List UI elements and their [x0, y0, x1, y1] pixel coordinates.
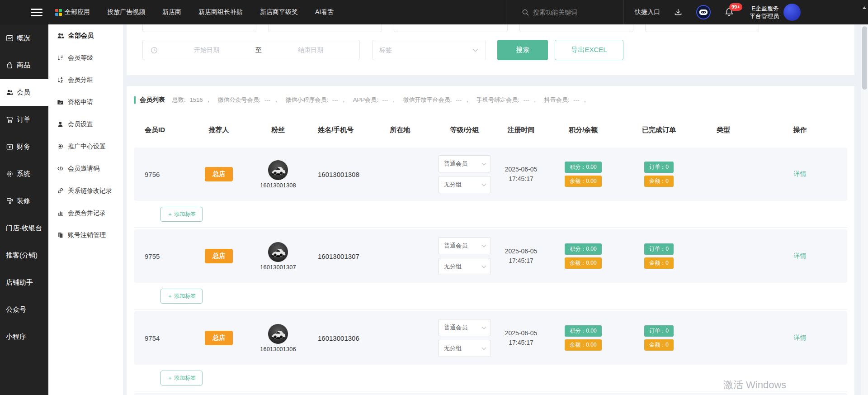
filter-input-3[interactable]: [394, 24, 508, 32]
nav-peer-award[interactable]: 新店商平级奖: [260, 8, 298, 16]
stat-wechat-official: 微信公众号会员:---，: [218, 96, 279, 104]
submenu-qualification[interactable]: 资格申请: [48, 91, 123, 113]
level-group-cell: 普通会员 无分组: [429, 319, 500, 357]
sidebar-item-distribution[interactable]: 推客(分销): [0, 242, 48, 269]
orders-badge: 订单：0: [644, 325, 674, 337]
nav-all-apps[interactable]: 全部应用: [55, 8, 90, 16]
member-block: 9754 总店 16013001306 16013001306 普通会员 无分组…: [134, 311, 847, 391]
filter-input-1[interactable]: [142, 24, 256, 32]
add-tag-button[interactable]: ＋ 添加标签: [160, 289, 203, 304]
nav-new-shop[interactable]: 新店商: [162, 8, 181, 16]
user-icon: [57, 121, 64, 128]
submenu-member-levels[interactable]: 会员等级: [48, 47, 123, 69]
level-select[interactable]: 普通会员: [438, 319, 491, 336]
group-select[interactable]: 无分组: [438, 258, 491, 275]
ai-assistant-icon[interactable]: [696, 5, 711, 19]
referrer-cell: 总店: [185, 331, 252, 345]
add-tag-button[interactable]: ＋ 添加标签: [160, 207, 203, 222]
sidebar-item-system[interactable]: 系统: [0, 160, 48, 187]
export-excel-button[interactable]: 导出EXCEL: [555, 40, 623, 60]
sidebar-item-shop-assistant[interactable]: 店铺助手: [0, 269, 48, 296]
level-select[interactable]: 普通会员: [438, 155, 491, 172]
scrollbar-thumb[interactable]: [862, 26, 867, 90]
member-avatar[interactable]: [268, 160, 288, 180]
member-list-panel: 会员列表 总数:1516， 微信公众号会员:---， 微信小程序会员:---， …: [127, 86, 854, 395]
sidebar-item-pos[interactable]: 门店-收银台: [0, 214, 48, 242]
referrer-badge[interactable]: 总店: [205, 331, 233, 345]
chevron-down-icon: [481, 347, 486, 350]
nav-label: 全部应用: [65, 8, 90, 16]
sidebar-item-members[interactable]: 会员: [0, 79, 48, 106]
date-end-placeholder[interactable]: 结束日期: [262, 46, 359, 54]
member-id: 9756: [134, 171, 185, 178]
scroll-up-arrow-icon[interactable]: [863, 6, 866, 9]
detail-link[interactable]: 详情: [794, 170, 807, 178]
submenu-invite-code[interactable]: 会员邀请码: [48, 157, 123, 180]
submenu-promotion-settings[interactable]: 推广中心设置: [48, 135, 123, 157]
search-input[interactable]: [533, 9, 610, 16]
submenu-all-members[interactable]: 全部会员: [48, 24, 123, 47]
submenu-member-groups[interactable]: 会员分组: [48, 69, 123, 91]
tag-row: ＋ 添加标签: [160, 207, 847, 222]
gear-icon: [6, 170, 14, 178]
search-button[interactable]: 搜索: [497, 40, 548, 60]
orders-cell: 订单：0 金额：0: [624, 325, 694, 351]
download-icon[interactable]: [674, 8, 683, 17]
topbar: 全部应用 投放广告视频 新店商 新店商组长补贴 新店商平级奖 AI看舌 快捷入口…: [0, 0, 868, 24]
sidebar-item-decoration[interactable]: 装修: [0, 187, 48, 214]
submenu-relation-log[interactable]: 关系链修改记录: [48, 180, 123, 202]
nav-ad-video[interactable]: 投放广告视频: [107, 8, 145, 16]
filter-input-2[interactable]: [268, 24, 382, 32]
nav-ai-tongue[interactable]: AI看舌: [315, 8, 334, 16]
sidebar-item-official-account[interactable]: 公众号: [0, 296, 48, 323]
submenu-member-settings[interactable]: 会员设置: [48, 113, 123, 135]
filter-input-5[interactable]: [645, 24, 759, 32]
fans-cell: 16013001308: [252, 160, 304, 189]
users-icon: [57, 32, 64, 39]
topbar-search[interactable]: [506, 0, 624, 24]
quick-entry-link[interactable]: 快捷入口: [635, 8, 660, 16]
tag-select[interactable]: 标签: [372, 40, 486, 60]
member-block: 9756 总店 16013001308 16013001308 普通会员 无分组…: [134, 148, 847, 228]
sidebar-item-overview[interactable]: 概况: [0, 24, 48, 52]
overview-icon: [6, 34, 14, 42]
member-id: 9754: [134, 334, 185, 342]
level-select[interactable]: 普通会员: [438, 237, 491, 254]
member-avatar[interactable]: [268, 242, 288, 262]
link-icon: [57, 187, 64, 194]
fans-number: 16013001308: [260, 182, 296, 189]
submenu-merge-log[interactable]: 会员合并记录: [48, 202, 123, 224]
filter-input-4[interactable]: [519, 24, 633, 32]
scrollbar[interactable]: [861, 0, 868, 395]
table-row: 9755 总店 16013001307 16013001307 普通会员 无分组…: [134, 229, 847, 283]
sidebar-item-mini-program[interactable]: 小程序: [0, 323, 48, 350]
notification-bell-icon[interactable]: 99+: [724, 7, 734, 17]
date-start-placeholder[interactable]: 开始日期: [158, 46, 255, 54]
menu-toggle-icon[interactable]: [31, 9, 42, 16]
detail-link[interactable]: 详情: [794, 252, 807, 260]
scrollbar-track[interactable]: [861, 24, 868, 395]
group-select[interactable]: 无分组: [438, 176, 491, 193]
nav-leader-subsidy[interactable]: 新店商组长补贴: [198, 8, 243, 16]
group-select[interactable]: 无分组: [438, 340, 491, 357]
avatar[interactable]: [783, 4, 801, 21]
submenu-account-cancellation[interactable]: 账号注销管理: [48, 224, 123, 246]
member-block: 9755 总店 16013001307 16013001307 普通会员 无分组…: [134, 229, 847, 309]
member-name: 16013001307: [304, 252, 371, 260]
sidebar-item-orders[interactable]: 订单: [0, 106, 48, 133]
balance-badge: 余额：0.00: [565, 257, 601, 269]
date-range-picker[interactable]: 开始日期 至 结束日期: [142, 40, 360, 60]
gear-icon: [57, 143, 64, 150]
account-name[interactable]: E企盈服务 平台管理员: [750, 5, 779, 20]
filter-panel: 开始日期 至 结束日期 标签 搜索 导出EXCEL: [127, 24, 854, 75]
sidebar-item-goods[interactable]: 商品: [0, 52, 48, 79]
sidebar-item-finance[interactable]: 财务: [0, 133, 48, 160]
member-avatar[interactable]: [268, 324, 288, 344]
referrer-badge[interactable]: 总店: [205, 167, 233, 181]
add-tag-button[interactable]: ＋ 添加标签: [160, 371, 203, 385]
stat-douyin: 抖音会员:---，: [544, 96, 588, 104]
detail-link[interactable]: 详情: [794, 334, 807, 342]
points-balance-cell: 积分：0.00 余额：0.00: [542, 243, 624, 269]
table-header: 会员ID 推荐人 粉丝 姓名/手机号 所在地 等级/分组 注册时间 积分/余额 …: [134, 114, 847, 146]
referrer-badge[interactable]: 总店: [205, 249, 233, 263]
